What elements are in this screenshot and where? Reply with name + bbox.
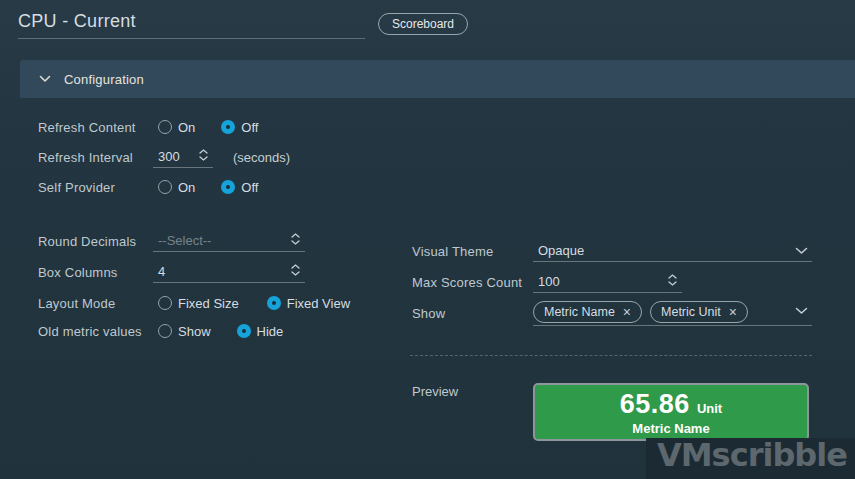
- refresh-interval-row: Refresh Interval 300 (seconds): [38, 146, 290, 168]
- box-columns-value[interactable]: 4: [153, 264, 165, 279]
- stepper-down-icon: [291, 271, 300, 276]
- box-columns-stepper[interactable]: [291, 264, 300, 276]
- remove-tag-icon[interactable]: ×: [623, 305, 631, 319]
- old-metric-values-hide-radio[interactable]: Hide: [237, 324, 284, 339]
- radio-option-label: Hide: [257, 324, 284, 339]
- preview-scoreboard-box: 65.86 Unit Metric Name: [533, 383, 809, 441]
- refresh-interval-label: Refresh Interval: [38, 150, 153, 165]
- max-scores-count-label: Max Scores Count: [412, 275, 533, 290]
- box-columns-label: Box Columns: [38, 265, 153, 280]
- preview-label: Preview: [412, 384, 458, 399]
- preview-metric-unit: Unit: [697, 401, 722, 416]
- refresh-content-label: Refresh Content: [38, 120, 153, 135]
- box-columns-row: Box Columns 4: [38, 261, 305, 283]
- self-provider-label: Self Provider: [38, 180, 153, 195]
- self-provider-on-radio[interactable]: On: [158, 180, 195, 195]
- radio-circle-selected-icon[interactable]: [237, 324, 251, 338]
- layout-mode-fixed-view-radio[interactable]: Fixed View: [267, 296, 350, 311]
- radio-option-label: On: [178, 120, 195, 135]
- configuration-section-header[interactable]: Configuration: [20, 60, 855, 98]
- max-scores-count-stepper[interactable]: [668, 274, 677, 286]
- refresh-content-row: Refresh Content On Off: [38, 116, 258, 138]
- visual-theme-row: Visual Theme Opaque: [412, 240, 812, 262]
- stepper-up-icon: [199, 149, 208, 154]
- round-decimals-stepper[interactable]: [291, 233, 300, 245]
- tag-label: Metric Unit: [661, 305, 721, 319]
- visual-theme-label: Visual Theme: [412, 244, 533, 259]
- radio-option-label: Off: [241, 120, 258, 135]
- box-columns-input[interactable]: 4: [153, 261, 305, 283]
- refresh-content-on-radio[interactable]: On: [158, 120, 195, 135]
- stepper-down-icon: [291, 240, 300, 245]
- round-decimals-label: Round Decimals: [38, 234, 153, 249]
- show-multiselect[interactable]: Metric Name × Metric Unit ×: [533, 300, 812, 326]
- widget-type-badge: Scoreboard: [378, 13, 468, 35]
- round-decimals-select[interactable]: --Select--: [153, 230, 305, 252]
- watermark-text: VMscribble: [657, 436, 847, 474]
- radio-circle-selected-icon[interactable]: [221, 120, 235, 134]
- radio-circle-selected-icon[interactable]: [221, 180, 235, 194]
- max-scores-count-input[interactable]: 100: [533, 271, 682, 293]
- visual-theme-value: Opaque: [533, 243, 584, 258]
- refresh-interval-stepper[interactable]: [199, 149, 208, 161]
- radio-option-label: Fixed Size: [178, 296, 239, 311]
- old-metric-values-row: Old metric values Show Hide: [38, 320, 283, 342]
- max-scores-count-row: Max Scores Count 100: [412, 271, 682, 293]
- preview-metric-value: 65.86: [620, 389, 690, 420]
- radio-option-label: Off: [241, 180, 258, 195]
- radio-option-label: On: [178, 180, 195, 195]
- stepper-down-icon: [199, 156, 208, 161]
- chevron-down-icon[interactable]: [795, 247, 808, 255]
- old-metric-values-show-radio[interactable]: Show: [158, 324, 211, 339]
- refresh-interval-value[interactable]: 300: [153, 149, 180, 164]
- show-row: Show Metric Name × Metric Unit ×: [412, 300, 812, 326]
- max-scores-count-value[interactable]: 100: [533, 274, 560, 289]
- section-divider: [410, 355, 812, 356]
- widget-title-input[interactable]: CPU - Current: [18, 11, 365, 39]
- stepper-down-icon: [668, 281, 677, 286]
- layout-mode-fixed-size-radio[interactable]: Fixed Size: [158, 296, 239, 311]
- stepper-up-icon: [291, 264, 300, 269]
- tag-metric-unit[interactable]: Metric Unit ×: [650, 301, 748, 323]
- tag-metric-name[interactable]: Metric Name ×: [533, 301, 642, 323]
- chevron-down-icon: [39, 75, 51, 83]
- preview-metric-name: Metric Name: [632, 421, 709, 436]
- refresh-content-off-radio[interactable]: Off: [221, 120, 258, 135]
- tag-label: Metric Name: [544, 305, 615, 319]
- refresh-interval-suffix: (seconds): [233, 150, 290, 165]
- round-decimals-row: Round Decimals --Select--: [38, 230, 305, 252]
- round-decimals-placeholder: --Select--: [153, 233, 211, 248]
- configuration-section-label: Configuration: [64, 72, 144, 87]
- radio-option-label: Fixed View: [287, 296, 350, 311]
- refresh-interval-input[interactable]: 300: [153, 146, 213, 168]
- radio-circle-icon[interactable]: [158, 120, 172, 134]
- self-provider-row: Self Provider On Off: [38, 176, 258, 198]
- remove-tag-icon[interactable]: ×: [729, 305, 737, 319]
- radio-circle-selected-icon[interactable]: [267, 296, 281, 310]
- self-provider-off-radio[interactable]: Off: [221, 180, 258, 195]
- radio-circle-icon[interactable]: [158, 180, 172, 194]
- show-label: Show: [412, 306, 533, 321]
- stepper-up-icon: [668, 274, 677, 279]
- layout-mode-label: Layout Mode: [38, 296, 153, 311]
- layout-mode-row: Layout Mode Fixed Size Fixed View: [38, 292, 350, 314]
- radio-option-label: Show: [178, 324, 211, 339]
- radio-circle-icon[interactable]: [158, 296, 172, 310]
- stepper-up-icon: [291, 233, 300, 238]
- visual-theme-select[interactable]: Opaque: [533, 240, 812, 262]
- radio-circle-icon[interactable]: [158, 324, 172, 338]
- chevron-down-icon[interactable]: [795, 307, 808, 315]
- old-metric-values-label: Old metric values: [38, 324, 153, 339]
